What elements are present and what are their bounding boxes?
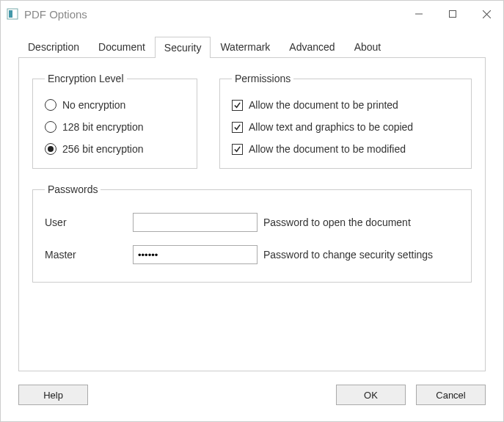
window-title: PDF Options: [24, 8, 402, 21]
radio-128-bit[interactable]: 128 bit encryption: [45, 121, 185, 133]
permissions-group: Permissions Allow the document to be pri…: [219, 73, 472, 169]
user-password-description: Password to open the document: [263, 217, 459, 228]
tab-panel-security: Encryption Level No encryption 128 bit e…: [18, 57, 486, 371]
permissions-legend: Permissions: [232, 73, 293, 84]
master-password-description: Password to change security settings: [263, 249, 459, 261]
svg-rect-3: [450, 11, 456, 18]
tab-document[interactable]: Document: [89, 36, 155, 57]
user-password-label: User: [45, 217, 133, 228]
ok-button[interactable]: OK: [336, 385, 406, 405]
cancel-button[interactable]: Cancel: [416, 385, 486, 405]
radio-label: 128 bit encryption: [62, 121, 144, 133]
help-button[interactable]: Help: [18, 385, 88, 405]
radio-icon: [45, 143, 56, 155]
radio-no-encryption[interactable]: No encryption: [45, 99, 185, 111]
radio-icon: [45, 121, 56, 133]
checkbox-label: Allow text and graphics to be copied: [249, 121, 413, 133]
checkmark-icon: [232, 144, 243, 155]
checkbox-allow-print[interactable]: Allow the document to be printed: [232, 99, 459, 111]
svg-rect-1: [9, 10, 12, 18]
checkbox-allow-copy[interactable]: Allow text and graphics to be copied: [232, 121, 459, 133]
minimize-button[interactable]: [402, 1, 436, 27]
checkmark-icon: [232, 122, 243, 133]
password-row-user: User Password to open the document: [45, 213, 459, 232]
master-password-input[interactable]: [133, 245, 258, 264]
checkbox-allow-modify[interactable]: Allow the document to be modified: [232, 143, 459, 155]
master-password-label: Master: [45, 249, 133, 261]
encryption-group: Encryption Level No encryption 128 bit e…: [32, 73, 197, 169]
password-row-master: Master Password to change security setti…: [45, 245, 459, 264]
dialog-buttons: Help OK Cancel: [1, 371, 503, 421]
passwords-legend: Passwords: [45, 183, 101, 195]
encryption-legend: Encryption Level: [45, 73, 127, 84]
checkbox-label: Allow the document to be modified: [249, 143, 406, 155]
tab-about[interactable]: About: [345, 36, 391, 57]
user-password-input[interactable]: [133, 213, 258, 232]
radio-label: 256 bit encryption: [62, 143, 144, 155]
button-spacer: [98, 385, 326, 405]
tab-security[interactable]: Security: [155, 37, 211, 58]
tab-bar: Description Document Security Watermark …: [18, 36, 486, 57]
titlebar: PDF Options: [1, 1, 503, 27]
tab-watermark[interactable]: Watermark: [211, 36, 280, 57]
tab-advanced[interactable]: Advanced: [280, 36, 344, 57]
checkmark-icon: [232, 100, 243, 111]
radio-256-bit[interactable]: 256 bit encryption: [45, 143, 185, 155]
close-button[interactable]: [470, 1, 503, 27]
dialog-content: Description Document Security Watermark …: [1, 27, 503, 371]
app-icon: [7, 8, 18, 20]
tab-description[interactable]: Description: [18, 36, 89, 57]
window-controls: [402, 1, 503, 27]
radio-icon: [45, 99, 56, 111]
radio-label: No encryption: [62, 99, 125, 111]
maximize-button[interactable]: [436, 1, 470, 27]
passwords-group: Passwords User Password to open the docu…: [32, 183, 472, 283]
checkbox-label: Allow the document to be printed: [249, 99, 398, 111]
